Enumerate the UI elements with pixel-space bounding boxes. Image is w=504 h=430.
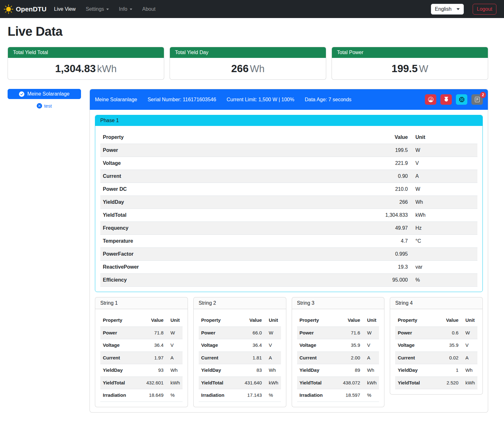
- summary-card-total-power: Total Power199.5W: [332, 47, 488, 80]
- table-row: ReactivePower19.3var: [100, 261, 477, 274]
- summary-card-title: Total Yield Day: [170, 47, 326, 58]
- col-value: Value: [286, 131, 410, 144]
- property-cell: YieldDay: [100, 364, 137, 377]
- inverter-link-test[interactable]: test: [8, 103, 81, 109]
- property-cell: Current: [395, 352, 435, 364]
- phase-card: Phase 1 PropertyValueUnitPower199.5WVolt…: [95, 115, 483, 292]
- nav-item-about[interactable]: About: [137, 4, 161, 15]
- value-cell: 19.3: [286, 261, 410, 274]
- value-cell: 1: [435, 364, 461, 377]
- col-value: Value: [137, 314, 166, 327]
- property-cell: Voltage: [100, 339, 137, 352]
- string-card-body: PropertyValueUnitPower0.6WVoltage35.9VCu…: [390, 309, 482, 394]
- event-log-button[interactable]: 2: [471, 94, 483, 105]
- col-value: Value: [435, 314, 461, 327]
- col-property: Property: [199, 314, 235, 327]
- string-card-body: PropertyValueUnitPower71.8WVoltage36.4VC…: [95, 309, 188, 407]
- property-cell: Power: [100, 327, 137, 339]
- string-card-title: String 2: [194, 297, 286, 309]
- value-cell: 431.640: [235, 377, 264, 389]
- nav-item-live-view[interactable]: Live View: [49, 4, 81, 15]
- col-value: Value: [235, 314, 264, 327]
- power-button[interactable]: [440, 94, 452, 105]
- table-row: Efficiency95.000%: [100, 274, 477, 287]
- summary-card-total-yield-day: Total Yield Day266Wh: [170, 47, 326, 80]
- phase-table-wrap: PropertyValueUnitPower199.5WVoltage221.9…: [95, 126, 482, 292]
- cpu-button[interactable]: [456, 94, 467, 105]
- col-property: Property: [100, 314, 137, 327]
- string-card-string-1: String 1PropertyValueUnitPower71.8WVolta…: [95, 297, 188, 407]
- unit-cell: %: [363, 389, 379, 402]
- col-property: Property: [297, 314, 334, 327]
- value-cell: 71.6: [334, 327, 363, 339]
- inverter-panel-body: Phase 1 PropertyValueUnitPower199.5WVolt…: [90, 110, 488, 412]
- unit-cell: W: [410, 183, 477, 196]
- summary-cards-row: Total Yield Total1,304.83kWhTotal Yield …: [8, 47, 488, 80]
- gauge-button[interactable]: [425, 94, 436, 105]
- unit-cell: A: [461, 352, 477, 364]
- logout-button[interactable]: Logout: [473, 4, 496, 15]
- data-table: PropertyValueUnitPower66.0WVoltage36.4VC…: [199, 314, 281, 402]
- inverter-button-label: Meine Solaranlage: [27, 91, 69, 97]
- summary-card-body: 266Wh: [170, 58, 326, 79]
- inverter-serial-number: Serial Number: 116171603546: [147, 97, 216, 103]
- language-selected-value: English: [435, 6, 451, 12]
- table-row: Irradiation18.597%: [297, 389, 379, 402]
- unit-cell: Hz: [410, 222, 477, 235]
- table-row: Irradiation17.143%: [199, 389, 281, 402]
- inverter-data-age: Data Age: 7 seconds: [305, 97, 352, 103]
- property-cell: Current: [297, 352, 334, 364]
- value-cell: 35.9: [435, 339, 461, 352]
- value-cell: 438.072: [334, 377, 363, 389]
- page-title: Live Data: [8, 24, 488, 39]
- value-cell: 199.5: [286, 144, 410, 157]
- unit-cell: V: [410, 157, 477, 170]
- brand[interactable]: OpenDTU: [4, 4, 47, 14]
- table-row: Power66.0W: [199, 327, 281, 339]
- property-cell: YieldDay: [199, 364, 235, 377]
- value-cell: 0.6: [435, 327, 461, 339]
- x-circle-icon: [37, 103, 42, 109]
- summary-card-body: 1,304.83kWh: [8, 58, 164, 79]
- gauge-icon: [428, 97, 433, 102]
- unit-cell: A: [166, 352, 183, 364]
- summary-card-total-yield-total: Total Yield Total1,304.83kWh: [8, 47, 164, 80]
- property-cell: Voltage: [199, 339, 235, 352]
- table-row: Power0.6W: [395, 327, 477, 339]
- string-card-title: String 3: [292, 297, 384, 309]
- table-row: Voltage36.4V: [100, 339, 183, 352]
- col-unit: Unit: [166, 314, 183, 327]
- chevron-down-icon: [106, 9, 109, 10]
- inverter-button-meine-solaranlage[interactable]: Meine Solaranlage: [8, 89, 81, 99]
- value-cell: 36.4: [235, 339, 264, 352]
- unit-cell: var: [410, 261, 477, 274]
- unit-cell: Wh: [166, 364, 183, 377]
- table-row: Voltage36.4V: [199, 339, 281, 352]
- property-cell: YieldTotal: [395, 377, 435, 389]
- string-card-title: String 1: [95, 297, 188, 309]
- language-select[interactable]: English: [431, 4, 464, 15]
- unit-cell: V: [363, 339, 379, 352]
- unit-cell: W: [264, 327, 281, 339]
- col-unit: Unit: [410, 131, 477, 144]
- nav-item-settings[interactable]: Settings: [81, 4, 114, 15]
- unit-cell: V: [461, 339, 477, 352]
- property-cell: Irradiation: [297, 389, 334, 402]
- table-row: PowerFactor0.995: [100, 248, 477, 261]
- table-row: YieldDay93Wh: [100, 364, 183, 377]
- property-cell: YieldDay: [297, 364, 334, 377]
- nav-item-info[interactable]: Info: [114, 4, 137, 15]
- string-card-title: String 4: [390, 297, 482, 309]
- nav-right: English Logout: [431, 4, 496, 15]
- col-property: Property: [395, 314, 435, 327]
- value-cell: 18.597: [334, 389, 363, 402]
- value-cell: 4.7: [286, 235, 410, 248]
- summary-card-title: Total Yield Total: [8, 47, 164, 58]
- col-unit: Unit: [461, 314, 477, 327]
- unit-cell: W: [363, 327, 379, 339]
- property-cell: YieldTotal: [199, 377, 235, 389]
- unit-cell: kWh: [461, 377, 477, 389]
- unit-cell: kWh: [410, 209, 477, 222]
- property-cell: Current: [199, 352, 235, 364]
- value-cell: 210.0: [286, 183, 410, 196]
